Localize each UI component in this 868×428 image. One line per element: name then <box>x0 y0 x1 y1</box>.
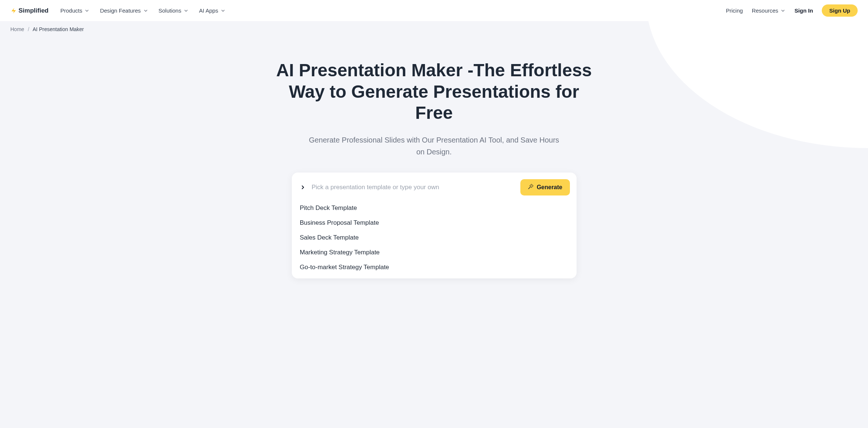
nav-label: Resources <box>752 7 779 14</box>
nav-item-solutions[interactable]: Solutions <box>159 7 189 14</box>
chevron-right-icon <box>300 184 306 190</box>
template-item[interactable]: Marketing Strategy Template <box>300 249 568 256</box>
nav-label: Products <box>60 7 82 14</box>
breadcrumb-separator: / <box>28 26 29 32</box>
chevron-down-icon <box>220 8 226 13</box>
header: Simplified Products Design Features Solu… <box>0 0 868 21</box>
nav-item-ai-apps[interactable]: AI Apps <box>199 7 226 14</box>
nav-label: Design Features <box>100 7 141 14</box>
nav-label: AI Apps <box>199 7 218 14</box>
hero-title: AI Presentation Maker -The Effortless Wa… <box>275 60 593 124</box>
nav-label: Solutions <box>159 7 182 14</box>
breadcrumb: Home / AI Presentation Maker <box>0 21 868 37</box>
header-left: Simplified Products Design Features Solu… <box>10 7 226 14</box>
header-right: Pricing Resources Sign In Sign Up <box>726 4 858 17</box>
nav-item-design-features[interactable]: Design Features <box>100 7 148 14</box>
template-item[interactable]: Go-to-market Strategy Template <box>300 264 568 271</box>
magic-wand-icon <box>528 184 534 191</box>
signin-link[interactable]: Sign In <box>794 7 813 14</box>
generate-button[interactable]: Generate <box>520 179 570 195</box>
chevron-down-icon <box>780 8 786 13</box>
template-item[interactable]: Sales Deck Template <box>300 234 568 241</box>
template-item[interactable]: Pitch Deck Template <box>300 204 568 212</box>
prompt-input-row: Generate <box>298 179 570 195</box>
chevron-down-icon <box>84 8 89 13</box>
breadcrumb-home[interactable]: Home <box>10 26 24 32</box>
chevron-down-icon <box>143 8 148 13</box>
breadcrumb-current: AI Presentation Maker <box>33 26 84 32</box>
template-list: Pitch Deck Template Business Proposal Te… <box>298 204 570 271</box>
chevron-down-icon <box>183 8 189 13</box>
logo[interactable]: Simplified <box>10 7 48 14</box>
prompt-card: Generate Pitch Deck Template Business Pr… <box>292 173 577 278</box>
template-item[interactable]: Business Proposal Template <box>300 219 568 227</box>
hero: AI Presentation Maker -The Effortless Wa… <box>268 60 601 158</box>
hero-subtitle: Generate Professional Slides with Our Pr… <box>305 134 564 158</box>
generate-label: Generate <box>537 184 562 191</box>
logo-icon <box>10 7 17 14</box>
nav: Products Design Features Solutions AI Ap… <box>60 7 226 14</box>
logo-text: Simplified <box>18 7 48 14</box>
nav-item-resources[interactable]: Resources <box>752 7 786 14</box>
pricing-link[interactable]: Pricing <box>726 7 743 14</box>
nav-item-products[interactable]: Products <box>60 7 89 14</box>
signup-button[interactable]: Sign Up <box>822 4 858 17</box>
prompt-input[interactable] <box>310 180 516 195</box>
